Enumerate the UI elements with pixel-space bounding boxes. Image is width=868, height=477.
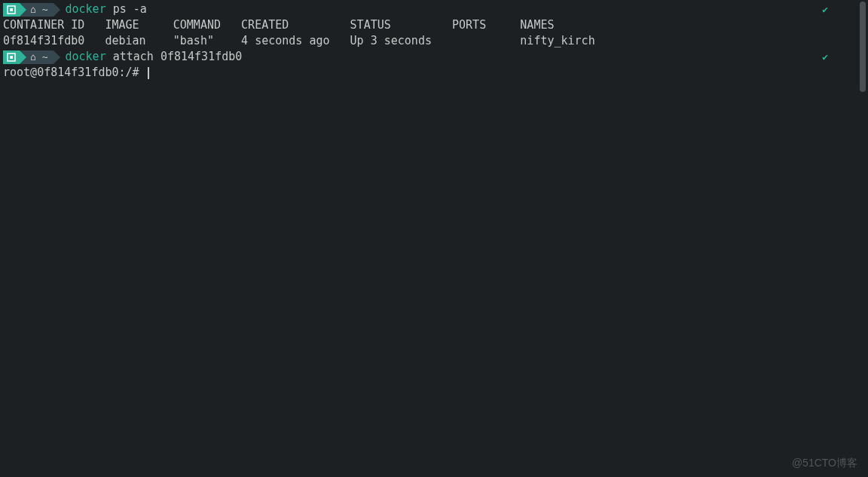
tilde-path: ~ <box>42 2 48 17</box>
terminal-area[interactable]: ⌂ ~ docker ps -a ✔ CONTAINER ID IMAGE CO… <box>0 0 854 477</box>
command-args: ps -a <box>106 2 147 16</box>
svg-rect-1 <box>10 8 13 11</box>
command-input-1: docker ps -a <box>65 2 146 17</box>
prompt-arrow-icon <box>53 3 60 17</box>
prompt-path-segment: ⌂ ~ <box>20 3 53 17</box>
table-row: 0f814f31fdb0 debian "bash" 4 seconds ago… <box>3 33 854 49</box>
text-cursor-icon <box>148 67 149 79</box>
prompt-arrow-icon <box>53 50 60 64</box>
command-name: docker <box>65 50 105 63</box>
prompt-line-1: ⌂ ~ docker ps -a ✔ <box>3 2 854 17</box>
status-check-icon: ✔ <box>822 49 828 65</box>
container-shell-prompt[interactable]: root@0f814f31fdb0:/# <box>3 65 854 81</box>
shell-prompt-text: root@0f814f31fdb0:/# <box>3 66 146 79</box>
tilde-path: ~ <box>42 49 48 65</box>
svg-rect-3 <box>10 56 13 59</box>
command-name: docker <box>65 2 105 16</box>
table-header: CONTAINER ID IMAGE COMMAND CREATED STATU… <box>3 17 854 33</box>
prompt-path-segment: ⌂ ~ <box>20 50 53 64</box>
scrollbar[interactable] <box>859 2 866 475</box>
os-badge-icon <box>3 3 20 17</box>
scrollbar-thumb[interactable] <box>860 2 866 92</box>
command-args: attach 0f814f31fdb0 <box>106 50 243 63</box>
status-check-icon: ✔ <box>822 2 828 17</box>
command-input-2: docker attach 0f814f31fdb0 <box>65 49 242 65</box>
watermark: @51CTO博客 <box>792 455 857 471</box>
prompt-line-2: ⌂ ~ docker attach 0f814f31fdb0 ✔ <box>3 49 854 65</box>
os-badge-icon <box>3 50 20 64</box>
home-icon: ⌂ <box>30 49 36 65</box>
home-icon: ⌂ <box>30 2 36 17</box>
